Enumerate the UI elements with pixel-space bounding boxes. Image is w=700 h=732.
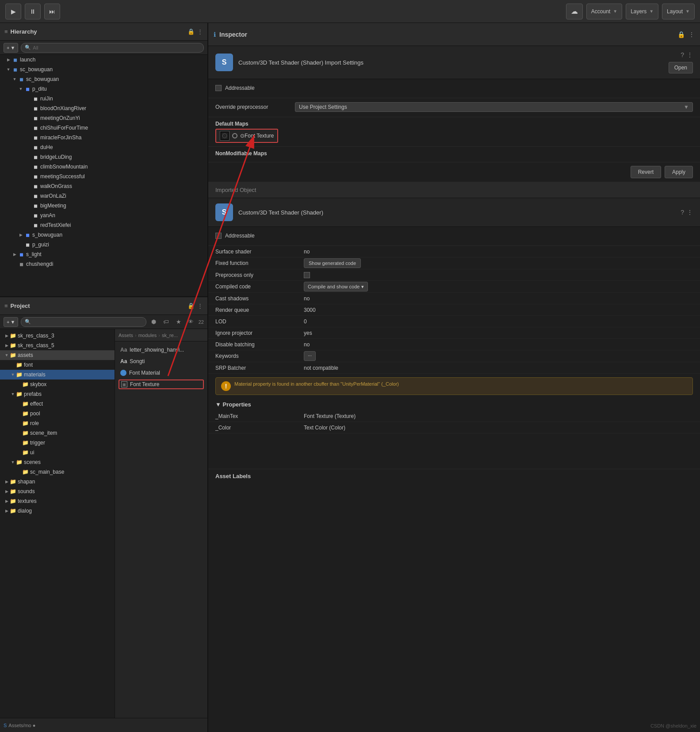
- project-add-button[interactable]: + ▼: [4, 317, 18, 327]
- list-item-sc-main-base[interactable]: 📁 sc_main_base: [0, 467, 115, 477]
- compile-show-code-button[interactable]: Compile and show code ▾: [304, 282, 368, 291]
- tree-item-miracleforjinsha[interactable]: ◼ miracleForJinSha: [0, 133, 207, 142]
- asset-more2-icon[interactable]: ⋮: [687, 51, 693, 58]
- list-item-skybox[interactable]: 📁 skybox: [0, 379, 115, 389]
- tree-arrow-assets: ▼: [4, 353, 10, 357]
- hierarchy-add-arrow: ▼: [10, 45, 15, 50]
- font-texture-row[interactable]: ⊙Font Texture: [215, 129, 278, 143]
- tree-item-redtestxiefei[interactable]: ◼ redTestXiefei: [0, 220, 207, 230]
- inspector-more-icon[interactable]: ⋮: [689, 31, 695, 38]
- hierarchy-search-placeholder: All: [33, 45, 38, 50]
- project-header: ≡ Project 🔒 ⋮: [0, 297, 207, 315]
- cloud-button[interactable]: ☁: [566, 4, 583, 19]
- tree-icon-s-bowuguan: ◼: [24, 231, 31, 238]
- breadcrumb-assets[interactable]: Assets: [119, 333, 133, 338]
- properties-header[interactable]: ▼ Properties: [208, 399, 700, 410]
- layers-dropdown[interactable]: Layers ▼: [626, 4, 658, 19]
- tree-item-bigmeeting[interactable]: ◼ bigMeeting: [0, 201, 207, 211]
- tree-arrow-sc-bowuguan: ▼: [11, 77, 18, 81]
- tree-label-trigger: trigger: [30, 440, 45, 446]
- list-item-pool[interactable]: 📁 pool: [0, 409, 115, 418]
- tree-item-s-light[interactable]: ▶ ◼ s_light: [0, 249, 207, 259]
- tree-item-s-bowuguan[interactable]: ▶ ◼ s_bowuguan: [0, 230, 207, 240]
- list-item-sk-res-class-3[interactable]: ▶ 📁 sk_res_class_3: [0, 331, 115, 341]
- breadcrumb-sk[interactable]: sk_re...: [162, 333, 178, 338]
- tree-item-yanan[interactable]: ◼ yanAn: [0, 211, 207, 220]
- list-item-role[interactable]: 📁 role: [0, 418, 115, 428]
- list-item-effect[interactable]: 📁 effect: [0, 399, 115, 409]
- tree-item-chishuiforfourtme[interactable]: ◼ chiShuiForFourTime: [0, 123, 207, 133]
- play-button[interactable]: ▶: [5, 4, 21, 19]
- tree-item-meetingonzunyi[interactable]: ◼ meetingOnZunYi: [0, 113, 207, 123]
- override-preprocessor-dropdown[interactable]: Use Project Settings ▼: [295, 102, 693, 112]
- breadcrumb-modules[interactable]: modules: [138, 333, 157, 338]
- list-item-materials[interactable]: ▼ 📁 materials: [0, 370, 115, 379]
- list-item-scenes[interactable]: ▼ 📁 scenes: [0, 457, 115, 467]
- list-item-shapan[interactable]: ▶ 📁 shapan: [0, 477, 115, 487]
- revert-button[interactable]: Revert: [631, 166, 661, 178]
- tree-item-waronlazi[interactable]: ◼ warOnLaZi: [0, 191, 207, 201]
- tree-label-scene-item: scene_item: [30, 430, 57, 436]
- project-more-icon[interactable]: ⋮: [197, 303, 203, 309]
- list-item-textures[interactable]: ▶ 📁 textures: [0, 496, 115, 506]
- main-layout: ≡ Hierarchy 🔒 ⋮ + ▼ 🔍 All: [0, 23, 700, 732]
- list-item-assets[interactable]: ▼ 📁 assets: [0, 350, 115, 360]
- list-item-prefabs[interactable]: ▼ 📁 prefabs: [0, 389, 115, 399]
- list-item-font-texture[interactable]: ▦ Font Texture: [119, 379, 204, 389]
- asset-help-icon[interactable]: ?: [681, 51, 684, 58]
- font-aa-icon-songti: Aa: [120, 358, 127, 364]
- preprocess-only-checkbox[interactable]: [304, 272, 310, 278]
- tree-item-walkongrass[interactable]: ◼ walkOnGrass: [0, 181, 207, 191]
- addressable-checkbox[interactable]: [215, 85, 222, 91]
- keywords-button[interactable]: ...: [304, 351, 316, 361]
- project-status-bar: S Assets/mo ●: [0, 718, 207, 732]
- hierarchy-lock-icon[interactable]: 🔒: [187, 28, 195, 35]
- imported-help-icon[interactable]: ?: [681, 209, 684, 216]
- project-eye-icon[interactable]: 👁: [186, 317, 196, 327]
- layout-dropdown[interactable]: Layout ▼: [662, 4, 695, 19]
- project-filter-icon[interactable]: ⬢: [149, 317, 159, 327]
- tree-item-duhe[interactable]: ◼ duHe: [0, 142, 207, 152]
- tree-arrow-sk3: ▶: [4, 333, 10, 338]
- project-label-icon[interactable]: 🏷: [161, 317, 171, 327]
- list-item-font[interactable]: 📁 font: [0, 360, 115, 370]
- list-item-scene-item[interactable]: 📁 scene_item: [0, 428, 115, 438]
- tree-item-p-guizi[interactable]: ◼ p_guizi: [0, 240, 207, 249]
- folder-icon-dialog: 📁: [10, 508, 16, 514]
- tree-label-sounds: sounds: [18, 488, 35, 494]
- hierarchy-add-button[interactable]: + ▼: [4, 43, 18, 53]
- tree-item-bloodonxiangriver[interactable]: ◼ bloodOnXiangRiver: [0, 103, 207, 113]
- tree-item-chushengdi[interactable]: ◼ chushengdi: [0, 259, 207, 269]
- account-dropdown[interactable]: Account ▼: [586, 4, 622, 19]
- project-lock-icon[interactable]: 🔒: [187, 303, 195, 309]
- tree-item-sc-bowuguan[interactable]: ▼ ◼ sc_bowuguan ⋮: [0, 74, 207, 84]
- project-search-box[interactable]: 🔍: [21, 317, 146, 327]
- tree-item-meetingsuccessful[interactable]: ◼ meetingSuccessful: [0, 172, 207, 181]
- list-label-letter-showing: letter_showing_hanyi...: [130, 347, 184, 353]
- tree-item-sc-bowuguan-root[interactable]: ▼ ◼ sc_bowuguan ⋮: [0, 65, 207, 74]
- tree-item-ruijin[interactable]: ◼ ruiJin: [0, 94, 207, 103]
- tree-item-bridgeluding[interactable]: ◼ bridgeLuDing: [0, 152, 207, 162]
- pause-button[interactable]: ⏸: [25, 4, 41, 19]
- project-star-icon[interactable]: ★: [174, 317, 184, 327]
- show-generated-code-button[interactable]: Show generated code: [304, 258, 361, 268]
- list-item-dialog[interactable]: ▶ 📁 dialog: [0, 506, 115, 516]
- list-item-sounds[interactable]: ▶ 📁 sounds: [0, 487, 115, 496]
- hierarchy-more-icon[interactable]: ⋮: [197, 28, 203, 35]
- list-item-songti[interactable]: Aa Songti: [119, 356, 204, 366]
- list-item-letter-showing[interactable]: Aa letter_showing_hanyi...: [119, 345, 204, 355]
- tree-item-climbsnowmountain[interactable]: ◼ climbSnowMountain: [0, 162, 207, 172]
- open-button[interactable]: Open: [669, 62, 693, 73]
- inspector-lock-icon[interactable]: 🔒: [677, 31, 685, 38]
- tree-item-p-ditu[interactable]: ▼ ◼ p_ditu: [0, 84, 207, 94]
- list-item-sk-res-class-5[interactable]: ▶ 📁 sk_res_class_5: [0, 341, 115, 350]
- step-button[interactable]: ⏭: [44, 4, 60, 19]
- list-item-trigger[interactable]: 📁 trigger: [0, 438, 115, 448]
- addressable2-checkbox[interactable]: [215, 233, 222, 239]
- list-item-ui[interactable]: 📁 ui: [0, 448, 115, 457]
- tree-item-launch[interactable]: ▶ ◼ launch ⋮: [0, 55, 207, 65]
- list-item-font-material[interactable]: Font Material: [119, 368, 204, 378]
- apply-button[interactable]: Apply: [665, 166, 693, 178]
- hierarchy-search-box[interactable]: 🔍 All: [21, 43, 204, 53]
- imported-more-icon[interactable]: ⋮: [687, 209, 693, 216]
